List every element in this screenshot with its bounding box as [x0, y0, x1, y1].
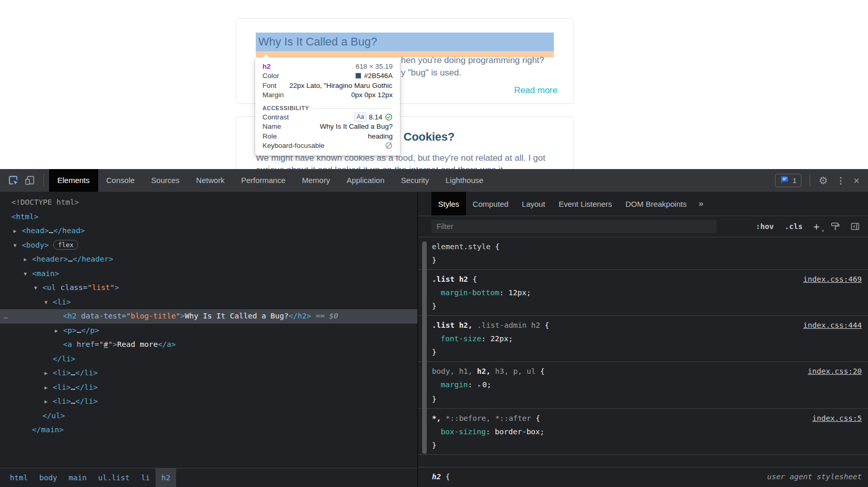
read-more-link[interactable]: Read more: [514, 85, 557, 96]
css-declaration[interactable]: margin: ▸0;: [432, 378, 861, 392]
dom-node[interactable]: </ul>: [0, 409, 417, 423]
css-declaration[interactable]: box-sizing: border-box;: [432, 425, 861, 438]
dom-node[interactable]: ▶<li>…</li>: [0, 381, 417, 395]
expand-arrow-icon[interactable]: ▶: [44, 394, 48, 409]
style-rule[interactable]: element.style {}: [418, 237, 868, 270]
tab-application[interactable]: Application: [338, 169, 393, 192]
sidebar-tabs: StylesComputedLayoutEvent ListenersDOM B…: [418, 192, 868, 216]
inspect-element-icon[interactable]: [6, 173, 21, 188]
css-declaration[interactable]: font-size: 22px;: [432, 332, 861, 345]
sidebar-tab-layout[interactable]: Layout: [515, 192, 552, 216]
settings-gear-icon[interactable]: ⚙: [818, 175, 828, 186]
sidebar-tab-computed[interactable]: Computed: [466, 192, 515, 216]
more-sidebar-tabs-icon[interactable]: »: [693, 192, 708, 216]
breadcrumb-item-li[interactable]: li: [135, 468, 156, 487]
tab-console[interactable]: Console: [98, 169, 143, 192]
expand-arrow-icon[interactable]: ▶: [44, 381, 48, 395]
expand-arrow-icon[interactable]: ▶: [55, 324, 58, 338]
accessible-name: Why Is It Called a Bug?: [320, 123, 393, 130]
collapse-arrow-icon[interactable]: ▼: [13, 238, 17, 253]
style-rule[interactable]: index.css:5*, *::before, *::after {box-s…: [418, 409, 868, 455]
dom-node[interactable]: ▶<li>…</li>: [0, 394, 417, 409]
tooltip-font-value: 22px Lato, "Hiragino Maru Gothic Pro", …: [289, 82, 393, 89]
style-rule[interactable]: user agent stylesheeth2 {display: block;…: [418, 467, 868, 487]
dom-node[interactable]: ▶<head>…</head>: [0, 224, 417, 238]
dom-node[interactable]: <!DOCTYPE html>: [0, 195, 417, 210]
sidebar-tab-styles[interactable]: Styles: [431, 192, 466, 216]
expand-arrow-icon[interactable]: ▶: [13, 224, 17, 238]
collapse-arrow-icon[interactable]: ▼: [24, 267, 27, 281]
breadcrumb-item-ul-list[interactable]: ul.list: [92, 468, 135, 487]
breadcrumb-item-body[interactable]: body: [34, 468, 63, 487]
user-agent-stylesheet-label: user agent stylesheet: [767, 470, 862, 483]
breadcrumb-item-main[interactable]: main: [63, 468, 92, 487]
paint-roller-icon[interactable]: [830, 222, 840, 231]
stylesheet-source-link[interactable]: index.css:20: [808, 364, 862, 378]
flex-badge[interactable]: flex: [53, 240, 78, 250]
tab-security[interactable]: Security: [393, 169, 437, 192]
dom-node[interactable]: ▼<main>: [0, 267, 417, 281]
close-devtools-icon[interactable]: ✕: [853, 177, 860, 185]
collapse-arrow-icon[interactable]: ▼: [34, 281, 37, 295]
dom-node[interactable]: ▶<p>…</p>: [0, 324, 417, 338]
dom-node-selected[interactable]: …<h2 data-test="blog-title">Why Is It Ca…: [0, 309, 417, 324]
styles-toolbar-controls: :hov .cls +▾: [756, 221, 860, 232]
css-declaration[interactable]: display: block;: [432, 483, 861, 487]
breadcrumb: htmlbodymainul.listlih2: [0, 468, 417, 487]
sidebar-tab-dom-breakpoints[interactable]: DOM Breakpoints: [619, 192, 693, 216]
breadcrumb-item-h2[interactable]: h2: [156, 468, 176, 487]
css-rules-list: element.style {}index.css:469.list h2 {m…: [418, 237, 868, 487]
color-swatch: [355, 73, 361, 79]
dom-node[interactable]: ▼<body> flex: [0, 238, 417, 253]
elements-panel: <!DOCTYPE html><html>▶<head>…</head>▼<bo…: [0, 192, 417, 487]
tab-network[interactable]: Network: [188, 169, 233, 192]
new-style-rule-button[interactable]: +▾: [814, 221, 819, 232]
tooltip-dimensions: 618 × 35.19: [355, 63, 393, 70]
stylesheet-source-link[interactable]: index.css:444: [803, 318, 862, 332]
dom-node[interactable]: ▶<header>…</header>: [0, 252, 417, 267]
styles-filter-bar: :hov .cls +▾: [418, 216, 868, 237]
tooltip-role-row: Role heading: [262, 131, 393, 141]
styles-filter-input[interactable]: [431, 220, 717, 233]
style-rule[interactable]: index.css:20body, h1, h2, h3, p, ul {mar…: [418, 362, 868, 409]
device-toolbar-icon[interactable]: [23, 173, 37, 188]
rules-section-gap: [418, 455, 868, 467]
dom-node[interactable]: <a href="#">Read more</a>: [0, 338, 417, 352]
dom-node[interactable]: </main>: [0, 423, 417, 437]
expand-shorthand-icon[interactable]: ▸: [478, 382, 482, 389]
sidebar-tab-event-listeners[interactable]: Event Listeners: [552, 192, 618, 216]
tooltip-margin-row: Margin 0px 0px 12px: [262, 90, 393, 100]
expand-arrow-icon[interactable]: ▶: [24, 252, 27, 267]
tab-sources[interactable]: Sources: [143, 169, 188, 192]
stylesheet-source-link[interactable]: index.css:469: [803, 272, 862, 286]
tooltip-keyboard-row: Keyboard-focusable: [262, 141, 393, 151]
devtools-toolbar: ElementsConsoleSourcesNetworkPerformance…: [0, 169, 868, 192]
toggle-sidebar-panel-icon[interactable]: [850, 222, 860, 231]
toggle-element-state-button[interactable]: :hov: [756, 222, 774, 231]
tab-elements[interactable]: Elements: [49, 169, 98, 192]
css-declaration[interactable]: margin-bottom: 12px;: [432, 286, 861, 299]
style-rule[interactable]: index.css:469.list h2 {margin-bottom: 12…: [418, 270, 868, 316]
issues-chat-icon: [780, 175, 789, 186]
tab-memory[interactable]: Memory: [294, 169, 338, 192]
dom-node[interactable]: ▶<li>…</li>: [0, 366, 417, 381]
breadcrumb-item-html[interactable]: html: [4, 468, 34, 487]
tab-performance[interactable]: Performance: [233, 169, 294, 192]
collapse-arrow-icon[interactable]: ▼: [44, 295, 48, 310]
dom-node[interactable]: <html>: [0, 210, 417, 224]
more-options-icon[interactable]: ⋮: [836, 176, 845, 185]
style-rule[interactable]: index.css:444.list h2, .list-admin h2 {f…: [418, 316, 868, 362]
expand-arrow-icon[interactable]: ▶: [44, 366, 48, 381]
element-classes-button[interactable]: .cls: [785, 222, 803, 231]
issues-button[interactable]: 1: [775, 174, 802, 187]
stylesheet-source-link[interactable]: index.css:5: [812, 412, 862, 425]
node-options-dots[interactable]: …: [4, 309, 9, 324]
dom-node[interactable]: </li>: [0, 352, 417, 367]
styles-scrollbar[interactable]: [422, 241, 427, 454]
tooltip-name-row: Name Why Is It Called a Bug?: [262, 122, 393, 132]
toolbar-right-controls: 1 ⚙ ⋮ ✕: [775, 174, 868, 187]
dom-node[interactable]: ▼<li>: [0, 295, 417, 310]
dom-node[interactable]: ▼<ul class="list">: [0, 281, 417, 295]
tab-lighthouse[interactable]: Lighthouse: [437, 169, 491, 192]
styles-sidebar: StylesComputedLayoutEvent ListenersDOM B…: [417, 192, 868, 487]
